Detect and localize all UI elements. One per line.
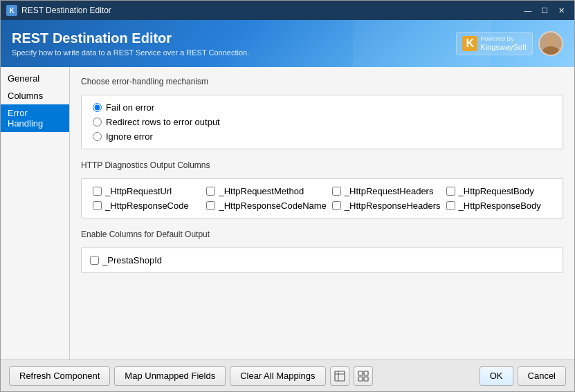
logo-powered: Powered By	[480, 35, 527, 43]
header-title-block: REST Destination Editor Specify how to w…	[12, 30, 249, 57]
sidebar-item-general[interactable]: General	[1, 70, 69, 87]
sidebar-item-error-handling[interactable]: Error Handling	[1, 104, 69, 132]
radio-fail-label: Fail on error	[106, 102, 154, 113]
checkbox-prestashop-id-input[interactable]	[90, 256, 99, 265]
avatar	[538, 31, 563, 56]
title-bar-left: K REST Destination Editor	[6, 5, 111, 16]
checkbox-http-response-code-name[interactable]: _HttpResponseCodeName	[206, 200, 326, 211]
refresh-component-button[interactable]: Refresh Component	[9, 366, 110, 386]
checkbox-http-request-headers-input[interactable]	[332, 187, 341, 196]
grid-icon	[358, 371, 369, 382]
checkbox-http-request-body-input[interactable]	[446, 187, 455, 196]
checkbox-http-response-headers[interactable]: _HttpResponseHeaders	[332, 200, 441, 211]
checkbox-http-response-code-name-input[interactable]	[206, 201, 215, 210]
http-diagnostics-box: _HttpRequestUrl _HttpRequestMethod _Http…	[81, 178, 563, 218]
svg-rect-6	[364, 371, 368, 375]
table-icon	[334, 371, 345, 382]
sidebar-item-columns[interactable]: Columns	[1, 87, 69, 104]
main-content: General Columns Error Handling Choose er…	[1, 67, 574, 360]
map-unmapped-fields-button[interactable]: Map Unmapped Fields	[114, 366, 226, 386]
header-subtitle: Specify how to write data to a REST Serv…	[12, 48, 249, 57]
radio-group: Fail on error Redirect rows to error out…	[93, 102, 554, 142]
logo-k-icon: K	[462, 36, 477, 51]
checkbox-http-response-body-input[interactable]	[446, 201, 455, 210]
minimize-button[interactable]: —	[520, 4, 536, 17]
svg-rect-5	[358, 371, 363, 375]
svg-point-0	[546, 36, 556, 46]
radio-fail-on-error[interactable]: Fail on error	[93, 102, 554, 113]
error-handling-header: Choose error-handling mechanism	[81, 77, 563, 89]
title-bar: K REST Destination Editor — ☐ ✕	[1, 1, 574, 20]
checkbox-http-request-method[interactable]: _HttpRequestMethod	[206, 186, 326, 196]
cancel-button[interactable]: Cancel	[518, 366, 566, 386]
checkbox-http-response-body[interactable]: _HttpResponseBody	[446, 200, 554, 211]
icon-button-2[interactable]	[354, 366, 373, 386]
footer-left: Refresh Component Map Unmapped Fields Cl…	[9, 366, 373, 386]
radio-ignore-input[interactable]	[93, 132, 102, 141]
default-output-box: _PrestaShopId	[81, 248, 563, 273]
clear-all-mappings-button[interactable]: Clear All Mappings	[230, 366, 325, 386]
svg-rect-2	[335, 371, 345, 381]
close-button[interactable]: ✕	[554, 4, 569, 17]
sidebar: General Columns Error Handling	[1, 67, 70, 360]
icon-button-1[interactable]	[330, 366, 349, 386]
checkbox-http-request-url-input[interactable]	[93, 187, 102, 196]
checkbox-http-request-headers[interactable]: _HttpRequestHeaders	[332, 186, 441, 196]
radio-ignore[interactable]: Ignore error	[93, 131, 554, 142]
window: K REST Destination Editor — ☐ ✕ REST Des…	[0, 0, 575, 392]
content-panel: Choose error-handling mechanism Fail on …	[70, 67, 574, 360]
header-title: REST Destination Editor	[12, 30, 249, 46]
checkbox-http-request-headers-label: _HttpRequestHeaders	[345, 186, 434, 196]
footer-right: OK Cancel	[480, 366, 566, 386]
logo-name: KingswaySoft	[480, 43, 527, 51]
checkbox-http-response-code-input[interactable]	[93, 201, 102, 210]
ok-button[interactable]: OK	[480, 366, 513, 386]
title-bar-controls: — ☐ ✕	[520, 4, 569, 17]
checkbox-prestashop-id[interactable]: _PrestaShopId	[90, 255, 554, 265]
radio-ignore-label: Ignore error	[106, 131, 153, 142]
checkbox-http-request-url[interactable]: _HttpRequestUrl	[93, 186, 201, 196]
checkbox-http-request-method-input[interactable]	[206, 187, 215, 196]
logo-box: K Powered By KingswaySoft	[456, 32, 533, 55]
http-diagnostics-header: HTTP Diagnostics Output Columns	[81, 160, 563, 173]
checkbox-http-request-url-label: _HttpRequestUrl	[105, 186, 172, 196]
svg-rect-8	[364, 377, 368, 381]
title-bar-text: REST Destination Editor	[21, 6, 111, 15]
checkbox-http-response-code-label: _HttpResponseCode	[105, 200, 189, 211]
svg-point-1	[542, 46, 559, 55]
radio-redirect[interactable]: Redirect rows to error output	[93, 117, 554, 127]
default-output-section: Enable Columns for Default Output _Prest…	[81, 230, 563, 273]
maximize-button[interactable]: ☐	[537, 4, 552, 17]
radio-redirect-input[interactable]	[93, 118, 102, 127]
http-diagnostics-section: HTTP Diagnostics Output Columns _HttpReq…	[81, 160, 563, 218]
checkbox-http-request-body-label: _HttpRequestBody	[459, 186, 534, 196]
checkbox-http-response-headers-label: _HttpResponseHeaders	[345, 200, 441, 211]
default-output-header: Enable Columns for Default Output	[81, 230, 563, 242]
checkbox-http-request-body[interactable]: _HttpRequestBody	[446, 186, 554, 196]
radio-fail-input[interactable]	[93, 103, 102, 112]
radio-redirect-label: Redirect rows to error output	[106, 117, 220, 127]
checkbox-prestashop-id-label: _PrestaShopId	[102, 255, 162, 265]
checkbox-http-request-method-label: _HttpRequestMethod	[219, 186, 304, 196]
checkbox-http-response-code[interactable]: _HttpResponseCode	[93, 200, 201, 211]
app-icon: K	[6, 5, 17, 16]
footer: Refresh Component Map Unmapped Fields Cl…	[1, 360, 574, 391]
header-banner: REST Destination Editor Specify how to w…	[1, 20, 574, 67]
checkbox-http-response-code-name-label: _HttpResponseCodeName	[219, 200, 326, 211]
checkbox-http-response-headers-input[interactable]	[332, 201, 341, 210]
logo-text: Powered By KingswaySoft	[480, 35, 527, 52]
header-logo: K Powered By KingswaySoft	[456, 31, 563, 56]
error-handling-section: Choose error-handling mechanism Fail on …	[81, 77, 563, 149]
checkbox-http-response-body-label: _HttpResponseBody	[459, 200, 541, 211]
http-diagnostics-grid: _HttpRequestUrl _HttpRequestMethod _Http…	[93, 186, 554, 211]
svg-rect-7	[358, 377, 363, 381]
error-handling-box: Fail on error Redirect rows to error out…	[81, 95, 563, 149]
